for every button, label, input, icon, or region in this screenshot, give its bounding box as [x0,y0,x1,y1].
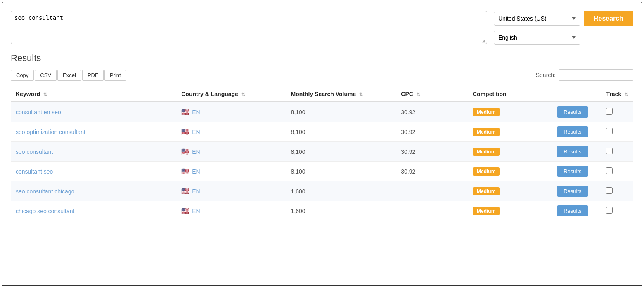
results-button[interactable]: Results [557,205,588,216]
table-row: seo consultant🇺🇸EN8,10030.92MediumResult… [11,142,633,162]
results-btn-cell: Results [552,181,601,201]
track-cell [601,181,633,201]
results-table: Keyword ⇅ Country & Language ⇅ Monthly S… [11,87,633,221]
cpc-cell: 30.92 [396,142,468,162]
competition-badge: Medium [473,187,500,195]
flag-icon: 🇺🇸 [181,207,189,215]
cpc-cell [396,181,468,201]
results-btn-cell: Results [552,122,601,142]
competition-badge: Medium [473,148,500,156]
research-button[interactable]: Research [584,11,633,26]
results-button[interactable]: Results [557,166,588,177]
search-textarea-wrapper: seo consultant ◢ [11,11,487,44]
language-text: EN [192,188,200,195]
results-button[interactable]: Results [557,106,588,118]
pdf-button[interactable]: PDF [82,70,104,81]
col-header-competition[interactable]: Competition [468,87,552,102]
country-language-cell: 🇺🇸EN [176,201,286,221]
language-text: EN [192,109,200,115]
results-button[interactable]: Results [557,126,588,137]
results-btn-cell: Results [552,102,601,122]
results-button[interactable]: Results [557,186,588,197]
table-row: chicago seo consultant🇺🇸EN1,600MediumRes… [11,201,633,221]
keyword-input[interactable]: seo consultant [14,14,483,39]
results-button[interactable]: Results [557,146,588,157]
print-button[interactable]: Print [104,70,126,81]
results-title: Results [11,53,633,64]
language-text: EN [192,129,200,135]
track-checkbox[interactable] [606,128,613,134]
toolbar-left: Copy CSV Excel PDF Print [11,70,126,81]
top-section: seo consultant ◢ United States (US) Unit… [11,11,633,45]
competition-badge: Medium [473,207,500,215]
copy-button[interactable]: Copy [11,70,34,81]
col-header-track[interactable]: Track ⇅ [601,87,633,102]
country-select[interactable]: United States (US) United Kingdom (UK) C… [494,12,580,26]
volume-cell: 8,100 [286,122,396,142]
keyword-cell[interactable]: seo consultant [11,142,176,162]
language-text: EN [192,208,200,214]
main-container: seo consultant ◢ United States (US) Unit… [2,2,642,286]
track-checkbox[interactable] [606,187,613,194]
results-btn-cell: Results [552,142,601,162]
keyword-cell[interactable]: consultant seo [11,162,176,181]
track-checkbox[interactable] [606,207,613,214]
cpc-cell [396,201,468,221]
results-btn-cell: Results [552,162,601,181]
volume-cell: 8,100 [286,102,396,122]
resize-handle: ◢ [482,39,486,43]
toolbar: Copy CSV Excel PDF Print Search: [11,69,633,81]
competition-badge: Medium [473,167,500,176]
flag-icon: 🇺🇸 [181,108,189,116]
country-language-cell: 🇺🇸EN [176,142,286,162]
col-header-keyword[interactable]: Keyword ⇅ [11,87,176,102]
country-language-cell: 🇺🇸EN [176,162,286,181]
competition-cell: Medium [468,122,552,142]
competition-badge: Medium [473,108,500,116]
competition-cell: Medium [468,201,552,221]
col-header-volume[interactable]: Monthly Search Volume ⇅ [286,87,396,102]
country-row: United States (US) United Kingdom (UK) C… [494,11,633,26]
competition-cell: Medium [468,181,552,201]
cpc-cell: 30.92 [396,122,468,142]
sort-icon-keyword: ⇅ [43,92,47,97]
track-cell [601,142,633,162]
table-row: consultant en seo🇺🇸EN8,10030.92MediumRes… [11,102,633,122]
track-checkbox[interactable] [606,167,613,174]
col-header-country[interactable]: Country & Language ⇅ [176,87,286,102]
track-cell [601,122,633,142]
track-checkbox[interactable] [606,148,613,154]
search-label: Search: [536,72,556,78]
csv-button[interactable]: CSV [35,70,57,81]
keyword-cell[interactable]: seo optimization consultant [11,122,176,142]
results-btn-cell: Results [552,201,601,221]
table-row: consultant seo🇺🇸EN8,10030.92MediumResult… [11,162,633,181]
excel-button[interactable]: Excel [57,70,81,81]
keyword-cell[interactable]: seo consultant chicago [11,181,176,201]
language-select[interactable]: English Spanish French German [494,31,580,45]
table-row: seo optimization consultant🇺🇸EN8,10030.9… [11,122,633,142]
country-language-cell: 🇺🇸EN [176,122,286,142]
cpc-cell: 30.92 [396,162,468,181]
flag-icon: 🇺🇸 [181,187,189,195]
keyword-cell[interactable]: consultant en seo [11,102,176,122]
track-checkbox[interactable] [606,108,613,115]
country-language-cell: 🇺🇸EN [176,102,286,122]
language-text: EN [192,168,200,175]
volume-cell: 1,600 [286,181,396,201]
competition-cell: Medium [468,142,552,162]
table-row: seo consultant chicago🇺🇸EN1,600MediumRes… [11,181,633,201]
language-text: EN [192,148,200,155]
right-controls: United States (US) United Kingdom (UK) C… [494,11,633,45]
competition-cell: Medium [468,102,552,122]
track-cell [601,162,633,181]
keyword-cell[interactable]: chicago seo consultant [11,201,176,221]
col-header-results [552,87,601,102]
table-search-input[interactable] [559,69,633,81]
track-cell [601,102,633,122]
country-language-cell: 🇺🇸EN [176,181,286,201]
col-header-cpc[interactable]: CPC ⇅ [396,87,468,102]
sort-icon-track: ⇅ [625,92,628,97]
toolbar-right: Search: [536,69,633,81]
sort-icon-volume: ⇅ [359,92,363,97]
